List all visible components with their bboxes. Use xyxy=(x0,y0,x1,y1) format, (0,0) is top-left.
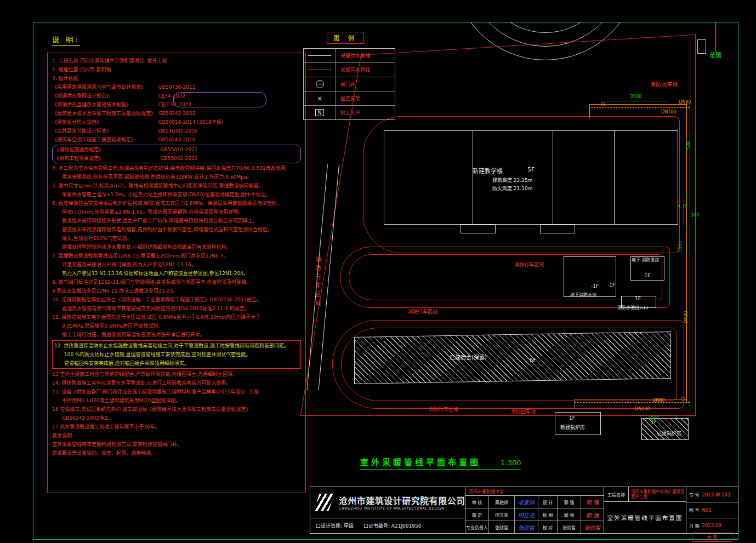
plan-label: 1588 xyxy=(686,141,691,152)
sheet-main: 工程名称 河间市景和镇中学改扩建项目 室外工程 室外采暖管线平面布置图 xyxy=(604,487,686,533)
drawing-number-label: 图 号 xyxy=(689,507,700,513)
personnel-row: 专业负责人张欣哲张欣哲校 对张欣哲张欣哲 xyxy=(465,521,604,533)
project-name-line2: 室外工程 xyxy=(631,494,686,499)
cad-sheet: 说 明: 1. 工程名称:河间市景和镇中学改扩建项目- 室外工程2. 地理位置:… xyxy=(0,0,756,543)
personnel-cell: 审 核 xyxy=(465,496,489,508)
date-value: 2023.09 xyxy=(702,523,721,528)
teaching-building-partition xyxy=(553,131,553,224)
title-block: 沧州市建筑设计研究院有限公司 CANGZHOU INSTITUTE OF ARC… xyxy=(310,487,738,534)
plan-label: -1F xyxy=(643,273,650,278)
plan-label: DN80 xyxy=(652,398,664,403)
plan-label: 5F xyxy=(527,166,535,173)
seal-box: 会 签 xyxy=(692,533,732,542)
personnel-cell: 郭 强 xyxy=(581,496,604,508)
personnel-cell: 郭 强 xyxy=(581,508,604,521)
plan-label: 消防水池出入口 xyxy=(617,304,648,310)
dimension-line xyxy=(606,101,668,101)
personnel-cell: 审 定 xyxy=(465,508,489,521)
plan-label: 5516 xyxy=(678,241,683,252)
underground-water-tank xyxy=(564,256,616,297)
plan-label: 苗圃 xyxy=(709,50,721,59)
personnel-cell: 张欣哲 xyxy=(489,521,515,533)
certificate-label: 口证书编号: A21J001950 xyxy=(363,522,422,529)
personnel-cell: 张欣哲 xyxy=(515,521,538,533)
dimension-line xyxy=(684,195,684,227)
teaching-building-annex xyxy=(461,225,496,233)
personnel-row: 审 定田立克田立克绘 图郭 强郭 强 xyxy=(465,508,604,521)
personnel-cell: 设 计 xyxy=(538,496,558,508)
heating-pipe-stub xyxy=(589,104,590,118)
personnel-cell: 毛家祥 xyxy=(515,496,538,508)
existing-boiler-house xyxy=(641,418,689,440)
drawing-title-wrap: 室外采暖管线平面布置图 1:300 xyxy=(360,456,521,470)
teaching-building-partition xyxy=(614,131,615,224)
plan-label: 新建教学楼 xyxy=(473,166,503,175)
plan-label: 消防行车区域 xyxy=(408,308,437,315)
qualification-label: 口设计资质: 甲级 xyxy=(316,522,354,529)
plan-label: 消防回车场 xyxy=(511,408,536,415)
heating-return-pipe-top xyxy=(591,107,690,108)
personnel-cell: 绘 图 xyxy=(538,508,558,521)
plan-label: 消防行车区域 xyxy=(514,261,544,268)
plan-label: 1F xyxy=(569,415,575,421)
personnel-cell: 专业负责人 xyxy=(465,521,489,533)
client-strip: 河间市景和镇中学 xyxy=(465,487,604,496)
teaching-building-partition xyxy=(473,131,473,224)
site-boundary-bottom xyxy=(300,415,696,416)
personnel-cell: 张欣哲 xyxy=(581,521,604,533)
project-number-value: 2023-W-103 xyxy=(702,492,731,498)
heating-pipe-stub xyxy=(575,399,575,409)
company-name-cn: 沧州市建筑设计研究院有限公司 xyxy=(339,494,465,506)
plan-label: 消防行车区域 xyxy=(314,256,322,309)
personnel-cell: 郭 强 xyxy=(558,508,581,521)
personnel-cell: 张欣哲 xyxy=(558,521,581,533)
plan-label: DN80 xyxy=(679,100,691,105)
drawing-scale: 1:300 xyxy=(501,459,521,467)
drawing-title: 室外采暖管线平面布置图 xyxy=(360,456,481,467)
valve-well-icon xyxy=(601,102,605,106)
plan-label: -1F xyxy=(591,283,599,289)
plan-label: 新建锅炉房 xyxy=(560,424,585,431)
plan-label: -1F xyxy=(607,282,615,288)
plan-label: 300 xyxy=(691,213,699,218)
personnel-cell: 高艳祥 xyxy=(489,496,515,508)
personnel-cell: 田立克 xyxy=(489,508,515,521)
valve-well-icon xyxy=(681,397,685,401)
dimension-line xyxy=(695,130,696,253)
personnel-section: 河间市景和镇中学 审 核高艳祥毛家祥设 计郭 强郭 强审 定田立克田立克绘 图郭… xyxy=(465,487,604,533)
company-row: 沧州市建筑设计研究院有限公司 CANGZHOU INSTITUTE OF ARC… xyxy=(310,487,465,518)
dimension-line xyxy=(630,415,678,415)
personnel-cell: 郭 强 xyxy=(558,496,581,508)
plan-label: 建筑高度 22.25m xyxy=(492,176,532,184)
plan-label: 2000 xyxy=(630,94,641,99)
project-number-label: 专 号 xyxy=(689,491,700,498)
company-section: 沧州市建筑设计研究院有限公司 CANGZHOU INSTITUTE OF ARC… xyxy=(310,487,465,533)
project-row: 工程名称 河间市景和镇中学改扩建项目 室外工程 xyxy=(604,487,686,502)
heating-supply-pipe-bottom xyxy=(575,399,686,399)
credentials-row: 口设计资质: 甲级 口证书编号: A21J001950 xyxy=(310,518,465,533)
plan-label: 地下 消防泵房 xyxy=(632,256,660,262)
company-logo-icon xyxy=(314,494,334,511)
personnel-cell: 田立克 xyxy=(515,508,538,521)
plan-label: 地下消防水池 xyxy=(570,291,596,298)
project-name: 河间市景和镇中学改扩建项目 室外工程 xyxy=(629,487,686,501)
project-name-line1: 河间市景和镇中学改扩建项目 xyxy=(631,489,686,494)
sheet-numbers: 专 号 2023-W-103 图 号 N01 日 期 2023.09 xyxy=(686,487,738,533)
plan-label: DN100 xyxy=(661,110,676,115)
plan-label: 6F xyxy=(530,357,536,363)
heating-return-pipe-bottom xyxy=(575,402,690,403)
plan-label: 1F xyxy=(635,296,641,301)
survey-monument xyxy=(697,39,706,54)
company-name-en: CANGZHOU INSTITUTE OF ARCHITECTURAL DESI… xyxy=(339,506,465,511)
sheet-title: 室外采暖管线平面布置图 xyxy=(604,502,686,533)
teaching-building-annex xyxy=(540,225,575,233)
plan-label: 已建锅炉房 xyxy=(657,430,681,437)
drawing-number-value: N01 xyxy=(702,507,712,513)
plan-label: 4.70 xyxy=(678,204,687,209)
existing-dormitory xyxy=(354,331,671,384)
plan-label: 已建宿舍(保留) xyxy=(450,353,487,361)
drawing-number-row: 图 号 N01 xyxy=(686,502,738,518)
plan-label: 1F xyxy=(651,420,657,425)
plan-label: 消防回车场 xyxy=(650,80,678,88)
plan-label: 消防行车区域 xyxy=(429,405,458,413)
